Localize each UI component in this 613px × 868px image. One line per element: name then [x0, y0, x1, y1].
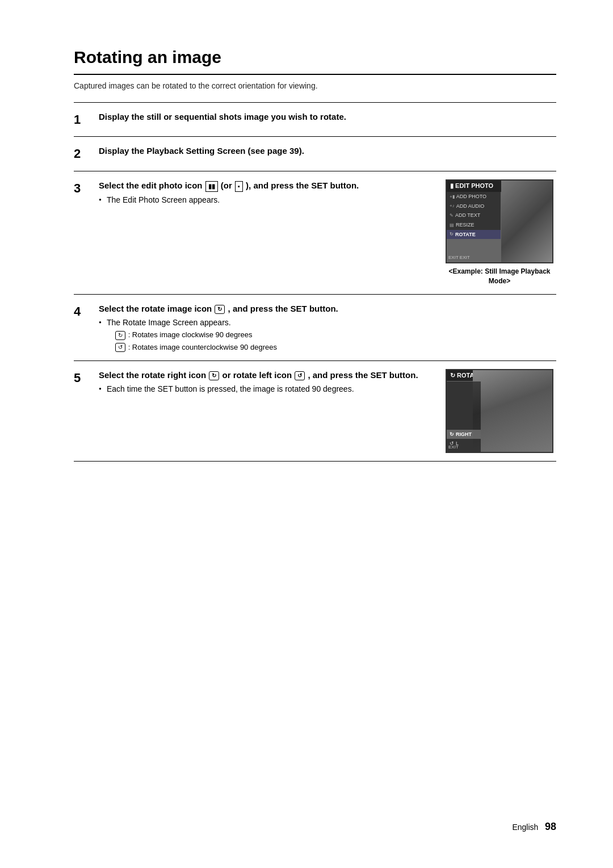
step-5-text: Select the rotate right icon ↻ or rotate…	[99, 369, 426, 395]
step-4-number: 4	[74, 303, 99, 321]
step-4-bullet1: The Rotate Image Screen appears.	[99, 317, 556, 329]
step-1-row: 1 Display the still or sequential shots …	[74, 103, 556, 137]
rs-exit: EXIT	[448, 444, 459, 450]
step-2-text: Display the Playback Setting Screen (see…	[99, 146, 304, 156]
page-number: 98	[545, 821, 556, 832]
ep-menu-rotate: ↻ ROTATE	[447, 230, 501, 240]
step-4-sub1: ↻ : Rotates image clockwise 90 degrees	[99, 330, 556, 340]
page-subtitle: Captured images can be rotated to the co…	[74, 81, 556, 92]
step-4-bold-part2: , and press the SET button.	[228, 304, 338, 313]
footer-language: English	[512, 823, 538, 832]
ep-exit: EXIT EXIT	[448, 254, 470, 261]
step-3-bold-part2: (or	[221, 181, 232, 190]
step-5-bullet1: Each time the SET button is pressed, the…	[99, 384, 426, 395]
step-5-content: Select the rotate right icon ↻ or rotate…	[99, 369, 556, 453]
ep-menu-resize: ▤ RESIZE	[447, 220, 501, 230]
edit-photo-screen: ▮ EDIT PHOTO ▭ +▮ ADD PHOTO +♪ ADD AUDIO	[446, 179, 553, 263]
step-2-number: 2	[74, 145, 99, 163]
step-1-text: Display the still or sequential shots im…	[99, 112, 346, 121]
edit-photo-icon-1: ▮▮	[205, 181, 218, 192]
step-3-image-area: ▮ EDIT PHOTO ▭ +▮ ADD PHOTO +♪ ADD AUDIO	[443, 179, 556, 286]
step-3-number: 3	[74, 180, 99, 198]
step-5-number: 5	[74, 370, 99, 387]
step-5-bold: Select the rotate right icon ↻ or rotate…	[99, 369, 426, 381]
page-title: Rotating an image	[74, 45, 556, 75]
rotate-left-icon: ↺	[295, 371, 305, 380]
step-4-row: 4 Select the rotate image icon ↻ , and p…	[74, 295, 556, 361]
step-5-bold-part2: or rotate left icon	[222, 370, 292, 380]
step-4-sub1-text: : Rotates image clockwise 90 degrees	[128, 330, 253, 339]
step-1-number: 1	[74, 111, 99, 129]
ep-menu: +▮ ADD PHOTO +♪ ADD AUDIO ✎ ADD TEXT ▤	[447, 192, 501, 239]
edit-photo-caption: <Example: Still Image PlaybackMode>	[448, 267, 550, 286]
rs-right-icon: ↻	[450, 431, 454, 438]
rotate-cw-sub-icon: ↻	[115, 331, 125, 340]
step-5-bold-part3: , and press the SET button.	[308, 370, 418, 380]
step-3-text: Select the edit photo icon ▮▮ (or ▪ ), a…	[99, 179, 426, 206]
rotate-screen: ↻ ROTATE ▭ ↻ RIGHT ↺ L EXIT	[446, 369, 553, 453]
step-1-content: Display the still or sequential shots im…	[99, 111, 556, 123]
ep-menu-add-text: ✎ ADD TEXT	[447, 211, 501, 220]
edit-photo-icon-2: ▪	[235, 181, 243, 192]
step-4-sub2: ↺ : Rotates image counterclockwise 90 de…	[99, 342, 556, 353]
ep-menu-add-photo: +▮ ADD PHOTO	[447, 192, 501, 202]
step-3-content: Select the edit photo icon ▮▮ (or ▪ ), a…	[99, 179, 556, 286]
step-3-bold: Select the edit photo icon ▮▮ (or ▪ ), a…	[99, 179, 426, 192]
step-5-image-area: ↻ ROTATE ▭ ↻ RIGHT ↺ L EXIT	[443, 369, 556, 453]
rs-menu: ↻ RIGHT ↺ L	[447, 381, 481, 452]
rotate-ccw-sub-icon: ↺	[115, 343, 125, 352]
ep-header-label: ▮ EDIT PHOTO	[450, 182, 493, 190]
step-5-row: 5 Select the rotate right icon ↻ or rota…	[74, 361, 556, 462]
step-3-bullet1: The Edit Photo Screen appears.	[99, 195, 426, 206]
rs-photo	[473, 370, 552, 453]
ep-photo	[501, 181, 552, 263]
rs-menu-right: ↻ RIGHT	[447, 430, 481, 439]
step-3-bold-part1: Select the edit photo icon	[99, 181, 203, 190]
step-2-row: 2 Display the Playback Setting Screen (s…	[74, 137, 556, 171]
step-4-sub2-text: : Rotates image counterclockwise 90 degr…	[128, 343, 277, 351]
page-footer: English 98	[512, 820, 556, 834]
ep-menu-add-audio: +♪ ADD AUDIO	[447, 202, 501, 211]
step-4-content: Select the rotate image icon ↻ , and pre…	[99, 303, 556, 353]
step-2-content: Display the Playback Setting Screen (see…	[99, 145, 556, 157]
step-4-bold-part1: Select the rotate image icon	[99, 304, 212, 313]
step-5-bold-part1: Select the rotate right icon	[99, 370, 206, 380]
rotate-right-icon: ↻	[209, 371, 219, 380]
step-4-bold: Select the rotate image icon ↻ , and pre…	[99, 303, 556, 315]
step-3-bold-part3: ), and press the SET button.	[246, 181, 359, 190]
rotate-cw-icon: ↻	[215, 305, 225, 314]
step-3-row: 3 Select the edit photo icon ▮▮ (or ▪ ),…	[74, 171, 556, 295]
page: Rotating an image Captured images can be…	[0, 0, 613, 868]
